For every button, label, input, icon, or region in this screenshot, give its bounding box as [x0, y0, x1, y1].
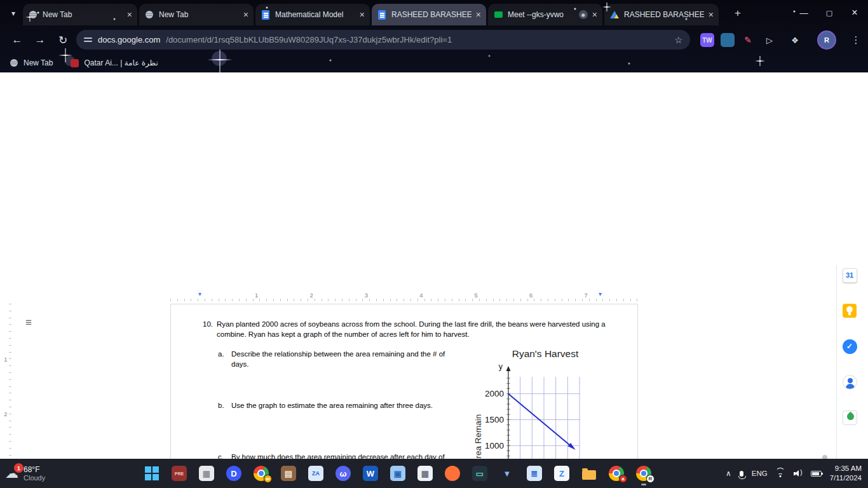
bookmarks-bar: New Tab Qatar Ai... | نظرة عامة	[0, 53, 868, 72]
tab-close-button[interactable]: ×	[243, 10, 248, 20]
chrome-a-icon: a	[609, 466, 624, 481]
back-button[interactable]: ←	[9, 32, 25, 48]
active-app-indicator	[641, 484, 646, 485]
tab-close-button[interactable]: ×	[476, 10, 481, 20]
browser-tab[interactable]: Meet --gks-yvwo ◉ ×	[488, 4, 602, 25]
display-app-icon: ▭	[472, 466, 487, 481]
tab-close-button[interactable]: ×	[360, 10, 365, 20]
notification-badge: 1	[14, 463, 24, 473]
play-icon[interactable]: ▷	[763, 33, 776, 47]
taskbar-chrome-w[interactable]: w	[253, 460, 269, 487]
wifi-icon[interactable]	[776, 470, 785, 477]
taskbar-folder[interactable]	[581, 460, 597, 487]
tab-close-button[interactable]: ×	[592, 10, 597, 20]
battery-icon[interactable]	[811, 471, 822, 477]
folder-icon	[582, 470, 596, 480]
h-ruler-number: 5	[475, 292, 478, 299]
address-bar[interactable]: docs.google.com /document/d/1rsq58LbKLUb…	[76, 30, 690, 50]
horizontal-ruler[interactable]: 1234567	[170, 291, 638, 301]
browser-tab[interactable]: New Tab ×	[23, 4, 137, 25]
blue-extension-icon[interactable]	[721, 33, 735, 47]
keep-icon	[843, 304, 857, 318]
tab-close-button[interactable]: ×	[709, 10, 714, 20]
document-outline-icon[interactable]: ≡	[25, 316, 32, 329]
h-ruler-number: 3	[365, 292, 368, 299]
extensions-puzzle-icon[interactable]: ❖	[788, 33, 802, 47]
left-margin-marker[interactable]: ▾	[198, 290, 201, 297]
language-indicator[interactable]: ENG	[752, 470, 768, 477]
taskbar-app-blue[interactable]: ▣	[390, 460, 406, 487]
tw-extension-icon[interactable]: TW	[700, 33, 714, 47]
tab-title: Meet --gks-yvwo	[508, 10, 574, 19]
question-part: b. Use the graph to estimate the area re…	[218, 401, 460, 411]
right-margin-marker[interactable]: ▾	[599, 290, 602, 297]
clock[interactable]: 9:35 AM 7/11/2024	[830, 464, 862, 483]
h-ruler-number: 7	[584, 292, 587, 299]
window-maximize-button[interactable]: ▢	[820, 5, 839, 20]
tab-title: New Tab	[159, 10, 239, 19]
side-panel-app[interactable]: ✓	[841, 338, 858, 355]
tab-audio-indicator[interactable]: ◉	[579, 10, 588, 19]
adobe-pen-extension-icon[interactable]: ✎	[741, 33, 755, 47]
site-settings-icon[interactable]	[84, 36, 92, 43]
tray-time: 9:35 AM	[830, 464, 862, 473]
side-panel-divider	[836, 266, 837, 488]
taskbar-weather-widget[interactable]: ☁ 1 68°F Cloudy	[5, 459, 45, 488]
volume-icon[interactable]	[794, 470, 803, 477]
side-panel-app[interactable]	[841, 409, 858, 426]
taskbar-word[interactable]: W	[362, 460, 379, 487]
taskbar-app-brown[interactable]: ▤	[280, 460, 297, 487]
taskbar-premiere[interactable]: PRE	[171, 460, 187, 487]
weather-cloud-icon: ☁ 1	[5, 466, 18, 481]
browser-menu-icon[interactable]: ⋮	[849, 33, 863, 47]
reload-button[interactable]: ↻	[55, 32, 71, 48]
dropdown-app-icon: ▼	[499, 466, 515, 481]
taskbar-start[interactable]	[144, 460, 160, 487]
premiere-icon: PRE	[172, 466, 187, 481]
side-panel-app[interactable]	[841, 302, 858, 319]
new-tab-button[interactable]: +	[731, 6, 745, 20]
taskbar-zoom[interactable]: Z	[553, 460, 570, 487]
taskbar-dropdown-app[interactable]: ▼	[499, 460, 515, 487]
taskbar-display-app[interactable]: ▭	[471, 460, 488, 487]
tab-favicon	[609, 10, 620, 20]
tab-favicon	[28, 10, 38, 20]
taskbar-list-app[interactable]: ≣	[526, 460, 543, 487]
side-panel-app[interactable]	[841, 374, 858, 390]
microphone-icon[interactable]	[740, 471, 743, 477]
browser-tab[interactable]: RASHEED BARASHEE ×	[372, 4, 486, 25]
tab-title: Mathematical Model	[275, 10, 355, 19]
side-panel-app[interactable]: 31	[841, 267, 858, 283]
tab-close-button[interactable]: ×	[127, 10, 132, 20]
taskbar-za-app[interactable]: ZA	[308, 460, 324, 487]
tab-favicon	[493, 10, 503, 20]
h-ruler-number: 2	[309, 292, 313, 299]
question-part: a. Describe the relationship between the…	[218, 349, 460, 369]
browser-tab[interactable]: New Tab ×	[139, 4, 254, 25]
browser-tab[interactable]: RASHEED BARASHEE ×	[604, 4, 719, 25]
photos-icon: ▦	[199, 466, 214, 481]
browser-tab[interactable]: Mathematical Model ×	[255, 4, 370, 25]
bookmark-item[interactable]: New Tab	[9, 58, 53, 68]
bookmark-star-icon[interactable]: ☆	[674, 35, 682, 45]
taskbar-app-d[interactable]: D	[226, 460, 242, 487]
taskbar-chrome-a[interactable]: a	[608, 460, 625, 487]
taskbar-discord[interactable]: ω	[335, 460, 351, 487]
taskbar-chrome-r[interactable]: R	[635, 460, 652, 487]
app-blue-icon: ▣	[390, 466, 405, 481]
globe-icon	[29, 11, 37, 18]
taskbar-table-app[interactable]: ▦	[417, 460, 433, 487]
tab-search-button[interactable]: ▾	[6, 6, 20, 20]
hidden-icons-button[interactable]: ∧	[726, 469, 731, 478]
chrome-w-icon: w	[254, 466, 269, 481]
bookmark-item[interactable]: Qatar Ai... | نظرة عامة	[69, 58, 158, 68]
forward-button[interactable]: →	[32, 32, 48, 48]
question-text: Ryan planted 2000 acres of soybeans acro…	[217, 320, 606, 339]
window-close-button[interactable]: ×	[845, 5, 864, 20]
tab-title: New Tab	[43, 10, 123, 19]
taskbar-firefox[interactable]	[444, 460, 461, 487]
browser-profile-avatar[interactable]: R	[818, 32, 835, 48]
tab-favicon	[261, 10, 271, 20]
window-minimize-button[interactable]: —	[794, 5, 813, 20]
taskbar-photos[interactable]: ▦	[198, 460, 215, 487]
